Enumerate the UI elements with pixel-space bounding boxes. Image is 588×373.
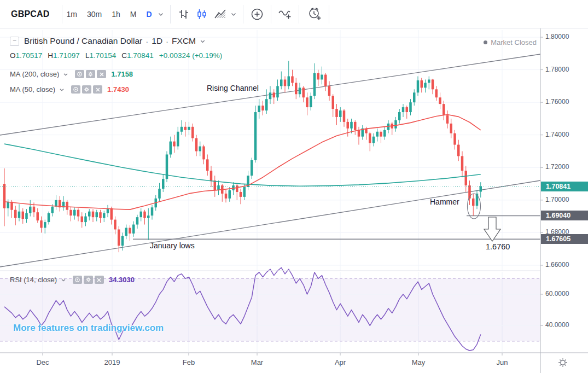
candle-body[interactable] xyxy=(170,142,172,155)
candle-body[interactable] xyxy=(88,212,91,217)
candle-body[interactable] xyxy=(288,76,290,86)
ma200-settings-gear-icon[interactable] xyxy=(86,70,95,78)
candle-body[interactable] xyxy=(110,208,113,220)
rsi-label[interactable]: RSI (14, close) xyxy=(10,276,57,284)
candle-body[interactable] xyxy=(380,132,382,137)
ma200-line[interactable] xyxy=(4,144,481,186)
candle-body[interactable] xyxy=(335,109,338,117)
candle-body[interactable] xyxy=(446,115,449,124)
annotation-target-price[interactable]: 1.6760 xyxy=(486,242,510,251)
candle-body[interactable] xyxy=(125,228,128,236)
annotation-hammer[interactable]: Hammer xyxy=(430,197,459,206)
candle-body[interactable] xyxy=(251,160,253,176)
candle-body[interactable] xyxy=(457,145,460,156)
candle-body[interactable] xyxy=(18,212,21,218)
candle-body[interactable] xyxy=(129,228,131,233)
candle-body[interactable] xyxy=(181,127,183,132)
candle-body[interactable] xyxy=(435,89,438,97)
candle-body[interactable] xyxy=(273,92,276,97)
candle-body[interactable] xyxy=(103,213,106,218)
indicators-icon[interactable] xyxy=(276,4,294,25)
candle-body[interactable] xyxy=(302,88,305,97)
bars-icon[interactable] xyxy=(174,4,193,25)
ma200-eye-icon[interactable] xyxy=(75,70,84,78)
candle-body[interactable] xyxy=(295,83,298,94)
ma50-settings-gear-icon[interactable] xyxy=(82,85,91,94)
candle-body[interactable] xyxy=(143,212,146,218)
tradingview-watermark-link[interactable]: More features on tradingview.com xyxy=(13,323,164,334)
candle-body[interactable] xyxy=(421,80,423,88)
candle-body[interactable] xyxy=(321,75,323,80)
candle-body[interactable] xyxy=(339,110,342,117)
candle-body[interactable] xyxy=(81,217,84,222)
candle-body[interactable] xyxy=(92,212,95,217)
candle-body[interactable] xyxy=(69,210,72,215)
annotation-january-lows[interactable]: January lows xyxy=(150,241,195,250)
candle-body[interactable] xyxy=(443,104,445,115)
compare-plus-icon[interactable] xyxy=(248,4,266,25)
ma50-chevron-down-icon[interactable] xyxy=(59,86,65,93)
candle-body[interactable] xyxy=(206,159,209,171)
ma50-line[interactable] xyxy=(4,115,481,210)
candle-body[interactable] xyxy=(210,171,213,180)
interval-30m[interactable]: 30m xyxy=(87,10,102,19)
candle-body[interactable] xyxy=(276,86,279,97)
candle-body[interactable] xyxy=(73,210,76,215)
candle-body[interactable] xyxy=(284,79,287,86)
candle-body[interactable] xyxy=(99,212,102,218)
candle-body[interactable] xyxy=(184,127,187,130)
candle-body[interactable] xyxy=(254,112,257,160)
candle-body[interactable] xyxy=(428,79,430,83)
candle-body[interactable] xyxy=(402,107,405,112)
interval-1h[interactable]: 1h xyxy=(112,10,120,19)
candle-body[interactable] xyxy=(439,97,441,104)
candle-body[interactable] xyxy=(383,130,386,137)
candle-body[interactable] xyxy=(66,202,69,210)
candle-body[interactable] xyxy=(461,156,464,171)
ma50-eye-icon[interactable] xyxy=(71,85,80,94)
axis-settings-gear-icon[interactable] xyxy=(557,357,568,370)
interval-1m[interactable]: 1m xyxy=(67,10,77,19)
candle-body[interactable] xyxy=(265,99,268,110)
candle-body[interactable] xyxy=(350,122,353,129)
candle-body[interactable] xyxy=(37,212,39,220)
candle-body[interactable] xyxy=(151,207,154,215)
candle-body[interactable] xyxy=(413,92,416,102)
candle-body[interactable] xyxy=(199,147,202,151)
candle-body[interactable] xyxy=(369,133,371,143)
candle-body[interactable] xyxy=(44,222,46,228)
candle-body[interactable] xyxy=(3,184,6,208)
ma50-close-icon[interactable] xyxy=(93,85,102,94)
candle-body[interactable] xyxy=(225,194,228,199)
candle-body[interactable] xyxy=(48,213,50,222)
candle-body[interactable] xyxy=(313,73,316,96)
candle-body[interactable] xyxy=(132,225,135,234)
candle-body[interactable] xyxy=(406,107,409,112)
candle-body[interactable] xyxy=(424,83,427,88)
candle-body[interactable] xyxy=(162,179,165,189)
candle-body[interactable] xyxy=(236,185,238,192)
candle-body[interactable] xyxy=(147,215,150,218)
candle-body[interactable] xyxy=(394,120,397,129)
candle-body[interactable] xyxy=(84,217,87,222)
candle-body[interactable] xyxy=(453,133,456,145)
candle-body[interactable] xyxy=(269,92,272,99)
candle-body[interactable] xyxy=(376,132,379,137)
candle-body[interactable] xyxy=(347,122,350,129)
candle-body[interactable] xyxy=(317,73,320,80)
collapse-pane-button[interactable]: − xyxy=(10,37,19,46)
ma200-close-icon[interactable] xyxy=(97,70,106,78)
candle-body[interactable] xyxy=(291,76,294,83)
rsi-close-icon[interactable] xyxy=(95,276,104,284)
legend-chevron-down-icon[interactable] xyxy=(199,38,206,45)
candle-body[interactable] xyxy=(472,199,475,206)
candle-body[interactable] xyxy=(261,106,264,110)
candle-body[interactable] xyxy=(22,212,25,219)
annotation-rising-channel[interactable]: Rising Channel xyxy=(207,84,259,92)
candle-body[interactable] xyxy=(202,147,205,160)
candle-body[interactable] xyxy=(188,127,190,130)
candle-body[interactable] xyxy=(409,102,412,112)
candle-body[interactable] xyxy=(118,229,120,246)
ma200-label[interactable]: MA (200, close) xyxy=(10,70,59,78)
rsi-eye-icon[interactable] xyxy=(73,276,82,284)
